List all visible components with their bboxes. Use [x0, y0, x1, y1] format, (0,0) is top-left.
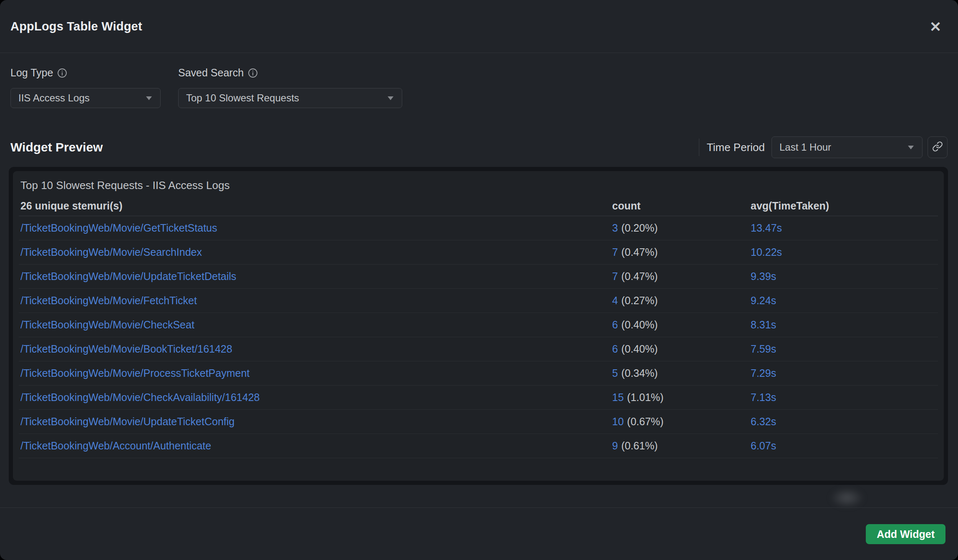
controls-row: Log Type IIS Access Logs Saved Search — [10, 67, 402, 108]
stemuri-link[interactable]: /TicketBookingWeb/Movie/FetchTicket — [20, 295, 612, 307]
count-value[interactable]: 15 — [612, 391, 624, 404]
chevron-down-icon — [387, 96, 394, 101]
widget-preview-panel: Top 10 Slowest Requests - IIS Access Log… — [9, 167, 948, 485]
stemuri-link[interactable]: /TicketBookingWeb/Movie/UpdateTicketDeta… — [20, 270, 612, 283]
log-type-label: Log Type — [10, 67, 53, 79]
stemuri-link[interactable]: /TicketBookingWeb/Account/Authenticate — [20, 440, 612, 452]
time-period-group: Time Period Last 1 Hour — [699, 136, 948, 158]
vertical-divider — [699, 139, 699, 156]
count-cell: 10(0.67%) — [612, 416, 751, 428]
count-value[interactable]: 9 — [612, 440, 618, 452]
time-period-label: Time Period — [707, 141, 765, 154]
count-percent: (0.40%) — [621, 319, 658, 331]
count-value[interactable]: 10 — [612, 416, 624, 428]
count-cell: 3(0.20%) — [612, 222, 751, 234]
count-cell: 4(0.27%) — [612, 295, 751, 307]
add-widget-button[interactable]: Add Widget — [866, 524, 945, 544]
blurred-smudge — [829, 487, 865, 508]
count-percent: (0.47%) — [621, 270, 658, 283]
avg-timetaken-value[interactable]: 6.32s — [751, 416, 936, 428]
avg-timetaken-value[interactable]: 7.29s — [751, 367, 936, 379]
applogs-widget-modal: AppLogs Table Widget ✕ Log Type IIS Acce… — [0, 0, 958, 560]
table-row: /TicketBookingWeb/Account/Authenticate9(… — [19, 434, 938, 458]
table-widget-card: Top 10 Slowest Requests - IIS Access Log… — [13, 171, 944, 481]
count-cell: 6(0.40%) — [612, 319, 751, 331]
stemuri-link[interactable]: /TicketBookingWeb/Movie/CheckAvailabilit… — [20, 391, 612, 404]
count-value[interactable]: 7 — [612, 246, 618, 258]
avg-timetaken-value[interactable]: 7.13s — [751, 391, 936, 404]
saved-search-select[interactable]: Top 10 Slowest Requests — [178, 88, 402, 108]
count-percent: (0.40%) — [621, 343, 658, 355]
stemuri-link[interactable]: /TicketBookingWeb/Movie/SearchIndex — [20, 246, 612, 258]
avg-timetaken-value[interactable]: 8.31s — [751, 319, 936, 331]
count-value[interactable]: 5 — [612, 367, 618, 379]
count-cell: 15(1.01%) — [612, 391, 751, 404]
table-row: /TicketBookingWeb/Movie/CheckAvailabilit… — [19, 386, 938, 410]
count-value[interactable]: 3 — [612, 222, 618, 234]
preview-bar: Widget Preview Time Period Last 1 Hour — [10, 133, 948, 162]
count-cell: 9(0.61%) — [612, 440, 751, 452]
table-row: /TicketBookingWeb/Movie/UpdateTicketDeta… — [19, 265, 938, 289]
table-body: /TicketBookingWeb/Movie/GetTicketStatus3… — [19, 216, 938, 458]
count-value[interactable]: 6 — [612, 343, 618, 355]
stemuri-link[interactable]: /TicketBookingWeb/Movie/UpdateTicketConf… — [20, 416, 612, 428]
avg-timetaken-value[interactable]: 6.07s — [751, 440, 936, 452]
info-icon[interactable] — [57, 68, 67, 78]
chevron-down-icon — [145, 96, 153, 101]
log-type-select[interactable]: IIS Access Logs — [10, 88, 161, 108]
time-period-value: Last 1 Hour — [779, 141, 831, 153]
count-percent: (0.34%) — [621, 367, 658, 379]
count-percent: (0.61%) — [621, 440, 658, 452]
count-cell: 7(0.47%) — [612, 246, 751, 258]
count-percent: (0.47%) — [621, 246, 658, 258]
count-percent: (0.67%) — [627, 416, 664, 428]
table-row: /TicketBookingWeb/Movie/BookTicket/16142… — [19, 337, 938, 361]
modal-footer: Add Widget — [0, 507, 958, 560]
avg-timetaken-value[interactable]: 7.59s — [751, 343, 936, 355]
stemuri-link[interactable]: /TicketBookingWeb/Movie/GetTicketStatus — [20, 222, 612, 234]
widget-preview-heading: Widget Preview — [10, 140, 103, 154]
count-cell: 5(0.34%) — [612, 367, 751, 379]
avg-timetaken-value[interactable]: 9.39s — [751, 270, 936, 283]
table-row: /TicketBookingWeb/Movie/SearchIndex7(0.4… — [19, 240, 938, 265]
count-value[interactable]: 6 — [612, 319, 618, 331]
count-cell: 6(0.40%) — [612, 343, 751, 355]
avg-timetaken-value[interactable]: 9.24s — [751, 295, 936, 307]
count-value[interactable]: 4 — [612, 295, 618, 307]
count-value[interactable]: 7 — [612, 270, 618, 283]
column-header-count: count — [612, 200, 751, 212]
copy-link-button[interactable] — [928, 136, 948, 158]
stemuri-link[interactable]: /TicketBookingWeb/Movie/ProcessTicketPay… — [20, 367, 612, 379]
log-type-value: IIS Access Logs — [18, 92, 90, 104]
stemuri-link[interactable]: /TicketBookingWeb/Movie/BookTicket/16142… — [20, 343, 612, 355]
close-icon[interactable]: ✕ — [925, 16, 946, 38]
log-type-field: Log Type IIS Access Logs — [10, 67, 161, 108]
modal-title: AppLogs Table Widget — [10, 20, 142, 33]
avg-timetaken-value[interactable]: 13.47s — [751, 222, 936, 234]
table-title: Top 10 Slowest Requests - IIS Access Log… — [19, 171, 938, 196]
count-percent: (1.01%) — [627, 391, 664, 404]
saved-search-value: Top 10 Slowest Requests — [186, 92, 299, 104]
table-row: /TicketBookingWeb/Movie/UpdateTicketConf… — [19, 410, 938, 434]
link-icon — [932, 141, 943, 154]
table-row: /TicketBookingWeb/Movie/FetchTicket4(0.2… — [19, 289, 938, 313]
saved-search-label-row: Saved Search — [178, 67, 402, 79]
log-type-label-row: Log Type — [10, 67, 161, 79]
table-header-row: 26 unique stemuri(s) count avg(TimeTaken… — [19, 196, 938, 216]
column-header-avg: avg(TimeTaken) — [751, 200, 936, 212]
stemuri-link[interactable]: /TicketBookingWeb/Movie/CheckSeat — [20, 319, 612, 331]
chevron-down-icon — [907, 145, 915, 150]
count-percent: (0.27%) — [621, 295, 658, 307]
info-icon[interactable] — [248, 68, 258, 78]
table-row: /TicketBookingWeb/Movie/ProcessTicketPay… — [19, 361, 938, 386]
table-row: /TicketBookingWeb/Movie/GetTicketStatus3… — [19, 216, 938, 240]
saved-search-label: Saved Search — [178, 67, 244, 79]
count-cell: 7(0.47%) — [612, 270, 751, 283]
table-row: /TicketBookingWeb/Movie/CheckSeat6(0.40%… — [19, 313, 938, 337]
count-percent: (0.20%) — [621, 222, 658, 234]
modal-header: AppLogs Table Widget ✕ — [0, 0, 958, 53]
column-header-stemuri: 26 unique stemuri(s) — [20, 200, 612, 212]
avg-timetaken-value[interactable]: 10.22s — [751, 246, 936, 258]
time-period-select[interactable]: Last 1 Hour — [771, 136, 923, 158]
saved-search-field: Saved Search Top 10 Slowest Requests — [178, 67, 402, 108]
